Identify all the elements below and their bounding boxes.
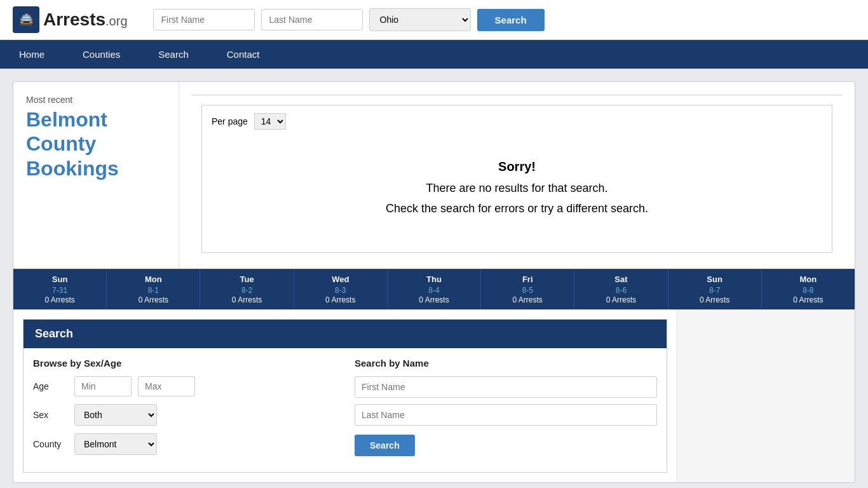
calendar-day: Sun 8-7 0 Arrests: [668, 269, 762, 309]
top-section: Most recent BelmontCountyBookings Per pa…: [13, 82, 855, 269]
no-results-message: Sorry! There are no results for that sea…: [212, 130, 822, 245]
search-section-header: Search: [24, 320, 667, 348]
search-submit-button[interactable]: Search: [355, 435, 415, 456]
search-body: Browse by Sex/Age Age Sex Both Male: [24, 348, 667, 472]
calendar-day: Mon 8-1 0 Arrests: [107, 269, 200, 309]
cal-arrests: 0 Arrests: [16, 295, 104, 304]
cal-day-name: Sun: [16, 274, 104, 284]
top-divider: [192, 95, 842, 95]
cal-day-date[interactable]: 8-7: [709, 286, 720, 295]
cal-day-date[interactable]: 8-5: [522, 286, 533, 295]
bottom-section: Search Browse by Sex/Age Age Sex: [13, 309, 855, 482]
cal-day-date[interactable]: 8-6: [616, 286, 627, 295]
main-nav: Home Counties Search Contact: [0, 40, 868, 69]
search-section-wrapper: Search Browse by Sex/Age Age Sex: [13, 309, 677, 482]
cal-arrests: 0 Arrests: [297, 295, 384, 304]
calendar-day: Sat 8-6 0 Arrests: [574, 269, 668, 309]
per-page-row: Per page 10 14 25 50: [212, 113, 822, 130]
no-results-line1: There are no results for that search.: [224, 178, 810, 198]
logo-icon: 🚔: [13, 6, 39, 33]
cal-arrests: 0 Arrests: [390, 295, 478, 304]
header-first-name-input[interactable]: [153, 9, 255, 30]
cal-arrests: 0 Arrests: [109, 295, 197, 304]
search-name-title: Search by Name: [355, 358, 657, 369]
cal-arrests: 0 Arrests: [484, 295, 571, 304]
nav-item-home[interactable]: Home: [0, 40, 64, 69]
calendar-strip: Sun 7-31 0 Arrests Mon 8-1 0 Arrests Tue…: [13, 269, 855, 309]
per-page-select[interactable]: 10 14 25 50: [254, 113, 286, 130]
logo: 🚔 Arrests.org: [13, 6, 128, 33]
most-recent-label: Most recent: [26, 95, 166, 105]
cal-arrests: 0 Arrests: [671, 295, 759, 304]
main-content: Per page 10 14 25 50 Sorry! There are no…: [179, 82, 855, 269]
sex-select[interactable]: Both Male Female: [74, 404, 157, 426]
cal-day-name: Mon: [764, 274, 852, 284]
age-row: Age: [33, 376, 336, 396]
county-label: County: [33, 439, 68, 449]
cal-day-date[interactable]: 8-2: [241, 286, 252, 295]
search-first-name-input[interactable]: [355, 376, 657, 398]
calendar-day: Thu 8-4 0 Arrests: [388, 269, 481, 309]
cal-day-name: Thu: [390, 274, 478, 284]
cal-day-name: Sat: [577, 274, 665, 284]
browse-title: Browse by Sex/Age: [33, 358, 336, 369]
cal-day-date[interactable]: 7-31: [52, 286, 67, 295]
calendar-day: Mon 8-8 0 Arrests: [762, 269, 855, 309]
per-page-area: Per page 10 14 25 50 Sorry! There are no…: [201, 105, 832, 253]
cal-day-date[interactable]: 8-8: [803, 286, 813, 295]
nav-item-contact[interactable]: Contact: [208, 40, 279, 69]
cal-arrests: 0 Arrests: [577, 295, 665, 304]
cal-day-name: Mon: [109, 274, 197, 284]
sex-row: Sex Both Male Female: [33, 404, 336, 426]
cal-day-name: Sun: [671, 274, 759, 284]
cal-day-date[interactable]: 8-3: [335, 286, 346, 295]
ad-column: [677, 309, 855, 482]
cal-arrests: 0 Arrests: [764, 295, 852, 304]
header-state-select[interactable]: Ohio Alabama California: [369, 8, 471, 31]
main-wrapper: Most recent BelmontCountyBookings Per pa…: [0, 69, 868, 488]
sex-label: Sex: [33, 410, 68, 420]
header-search-area: Ohio Alabama California Search: [153, 8, 855, 31]
left-sidebar: Most recent BelmontCountyBookings: [13, 82, 179, 269]
county-title: BelmontCountyBookings: [26, 107, 166, 180]
cal-day-date[interactable]: 8-4: [428, 286, 439, 295]
age-min-input[interactable]: [74, 376, 132, 396]
cal-day-name: Tue: [203, 274, 290, 284]
per-page-label: Per page: [212, 116, 248, 126]
calendar-day: Tue 8-2 0 Arrests: [200, 269, 294, 309]
county-row: County Belmont: [33, 433, 336, 455]
nav-item-counties[interactable]: Counties: [64, 40, 139, 69]
calendar-day: Fri 8-5 0 Arrests: [481, 269, 574, 309]
no-results-line2: Check the search for errors or try a dif…: [224, 198, 810, 219]
cal-day-name: Fri: [484, 274, 571, 284]
calendar-day: Sun 7-31 0 Arrests: [13, 269, 107, 309]
content-area: Most recent BelmontCountyBookings Per pa…: [13, 81, 855, 483]
search-section: Search Browse by Sex/Age Age Sex: [23, 319, 667, 473]
browse-col: Browse by Sex/Age Age Sex Both Male: [33, 358, 336, 463]
header-search-button[interactable]: Search: [477, 9, 545, 31]
age-label: Age: [33, 381, 68, 391]
header: 🚔 Arrests.org Ohio Alabama California Se…: [0, 0, 868, 40]
sorry-text: Sorry!: [224, 155, 810, 178]
search-last-name-input[interactable]: [355, 404, 657, 426]
search-name-col: Search by Name Search: [355, 358, 657, 463]
calendar-day: Wed 8-3 0 Arrests: [294, 269, 388, 309]
age-max-input[interactable]: [138, 376, 195, 396]
cal-arrests: 0 Arrests: [203, 295, 290, 304]
cal-day-date[interactable]: 8-1: [148, 286, 159, 295]
header-last-name-input[interactable]: [261, 9, 363, 30]
logo-text: Arrests.org: [43, 10, 128, 30]
nav-item-search[interactable]: Search: [139, 40, 208, 69]
county-select[interactable]: Belmont: [74, 433, 157, 455]
cal-day-name: Wed: [297, 274, 384, 284]
